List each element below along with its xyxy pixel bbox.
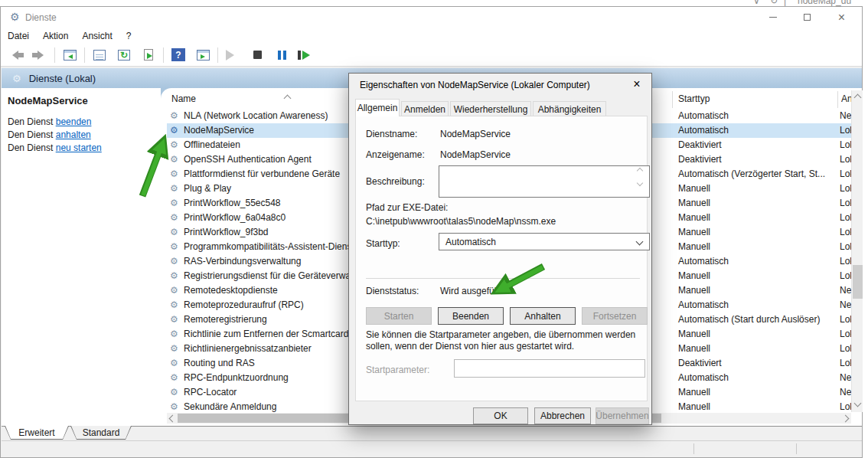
tab-allgemein[interactable]: Allgemein bbox=[355, 99, 400, 116]
console-tree-icon bbox=[64, 50, 77, 61]
properties-button[interactable] bbox=[90, 46, 109, 64]
service-name: Remotedesktopdienste bbox=[184, 283, 278, 298]
tab-standard-label: Standard bbox=[71, 426, 131, 439]
tab-anmelden[interactable]: Anmelden bbox=[401, 101, 449, 116]
dialog-close-button[interactable]: × bbox=[625, 75, 648, 93]
starten-button: Starten bbox=[366, 307, 432, 325]
export-list-button[interactable] bbox=[139, 46, 158, 64]
back-button[interactable] bbox=[5, 46, 25, 64]
column-separator[interactable] bbox=[672, 91, 673, 108]
maximize-icon bbox=[804, 14, 811, 21]
column-header-anmelden[interactable]: Anmelden als bbox=[841, 93, 851, 104]
service-logon-as: Lokales System bbox=[840, 312, 851, 327]
toolbar: ↻ ? bbox=[1, 44, 862, 67]
scroll-left-icon[interactable] bbox=[169, 415, 177, 423]
service-logon-as: Lokales System bbox=[840, 152, 851, 167]
service-logon-as: Lokales System bbox=[840, 211, 851, 225]
task-pane: NodeMapService Den Dienst beenden Den Di… bbox=[2, 88, 161, 426]
fortsetzen-button: Fortsetzen bbox=[582, 307, 648, 325]
restart-service-button[interactable] bbox=[296, 46, 316, 64]
stop-service-link[interactable]: beenden bbox=[56, 116, 92, 127]
stop-icon bbox=[253, 51, 262, 59]
start-service-button[interactable] bbox=[223, 46, 243, 64]
service-gear-icon: ⚙ bbox=[170, 400, 178, 413]
toolbar-separator bbox=[84, 47, 85, 63]
service-name: OpenSSH Authentication Agent bbox=[184, 152, 312, 167]
app-gear-icon: ⚙ bbox=[10, 11, 20, 23]
forward-button[interactable] bbox=[30, 46, 50, 64]
uebernehmen-button: Übernehmen bbox=[596, 407, 649, 424]
tab-erweitert[interactable]: Erweitert bbox=[5, 426, 69, 440]
textarea-scroll-arrows[interactable] bbox=[638, 168, 642, 185]
service-logon-as: Lokales System bbox=[840, 167, 851, 182]
close-button[interactable]: × bbox=[824, 7, 859, 28]
service-gear-icon: ⚙ bbox=[170, 225, 178, 240]
service-gear-icon: ⚙ bbox=[170, 385, 178, 400]
pause-service-button[interactable] bbox=[272, 46, 292, 64]
service-starttype: Automatisch (Start durch Auslöser) bbox=[678, 312, 820, 327]
background-window-title: nodeMap_du bbox=[798, 0, 851, 6]
service-logon-as: Netzwerkdienst bbox=[840, 298, 851, 312]
toolbar-separator bbox=[217, 47, 218, 63]
service-starttype: Manuell bbox=[678, 269, 710, 283]
tab-wiederherstellung[interactable]: Wiederherstellung bbox=[450, 101, 531, 116]
anhalten-button[interactable]: Anhalten bbox=[510, 307, 576, 325]
service-starttype: Manuell bbox=[678, 327, 710, 342]
task-line-restart: Den Dienst neu starten bbox=[8, 142, 102, 153]
forward-icon bbox=[32, 51, 48, 60]
vertical-scroll-thumb[interactable] bbox=[853, 265, 863, 299]
show-console-tree-button[interactable] bbox=[60, 46, 80, 64]
service-name: Richtlinienergebnissatzanbieter bbox=[184, 342, 312, 356]
service-logon-as: Lokales System bbox=[840, 123, 851, 138]
service-logon-as: Lokales System bbox=[840, 182, 851, 196]
pfad-label: Pfad zur EXE-Datei: bbox=[366, 202, 448, 213]
service-gear-icon: ⚙ bbox=[170, 269, 178, 283]
tab-label: Allgemein bbox=[357, 103, 398, 113]
service-name: Registrierungsdienst für die Geräteverwa… bbox=[184, 269, 370, 283]
restart-service-link[interactable]: neu starten bbox=[56, 142, 102, 153]
menu-help[interactable]: ? bbox=[119, 29, 139, 43]
menu-datei[interactable]: Datei bbox=[1, 29, 36, 43]
column-header-starttyp[interactable]: Starttyp bbox=[678, 93, 710, 104]
close-icon: × bbox=[633, 77, 640, 91]
service-gear-icon: ⚙ bbox=[170, 152, 178, 167]
service-starttype: Manuell bbox=[678, 283, 710, 298]
service-starttype: Automatisch bbox=[678, 123, 729, 138]
service-gear-icon: ⚙ bbox=[170, 312, 178, 327]
beschreibung-textarea[interactable] bbox=[439, 165, 650, 198]
tab-abhaengigkeiten[interactable]: Abhängigkeiten bbox=[533, 101, 606, 116]
scroll-up-icon[interactable] bbox=[854, 94, 862, 102]
scroll-down-icon[interactable] bbox=[854, 400, 862, 407]
tab-standard[interactable]: Standard bbox=[70, 426, 132, 440]
abbrechen-button[interactable]: Abbrechen bbox=[534, 407, 591, 424]
show-action-pane-button[interactable] bbox=[193, 46, 213, 64]
startparameter-input[interactable] bbox=[454, 359, 645, 378]
service-logon-as: Netzwerkdienst bbox=[840, 371, 851, 385]
chevron-down-icon: ∨ bbox=[753, 0, 760, 6]
status-separator bbox=[796, 443, 797, 454]
service-gear-icon: ⚙ bbox=[170, 283, 178, 298]
stop-service-button[interactable] bbox=[247, 46, 267, 64]
menu-ansicht[interactable]: Ansicht bbox=[75, 29, 119, 43]
refresh-button[interactable]: ↻ bbox=[114, 46, 134, 64]
column-separator[interactable] bbox=[837, 91, 838, 108]
menu-aktion[interactable]: Aktion bbox=[36, 29, 75, 43]
service-starttype: Deaktiviert bbox=[678, 152, 722, 167]
ok-button[interactable]: OK bbox=[473, 407, 528, 424]
vertical-scrollbar[interactable] bbox=[851, 90, 863, 412]
service-name: NodeMapService bbox=[184, 123, 254, 138]
service-gear-icon: ⚙ bbox=[170, 138, 178, 152]
menu-bar: Datei Aktion Ansicht ? bbox=[1, 28, 862, 44]
pause-service-link[interactable]: anhalten bbox=[56, 129, 91, 140]
starttyp-dropdown[interactable]: Automatisch bbox=[439, 233, 650, 250]
beenden-button[interactable]: Beenden bbox=[438, 307, 504, 325]
scroll-right-icon[interactable] bbox=[842, 415, 850, 423]
service-name: PrintWorkflow_9f3bd bbox=[184, 225, 269, 240]
service-logon-as: Netzwerkdienst bbox=[840, 385, 851, 400]
service-starttype: Manuell bbox=[678, 211, 710, 225]
maximize-button[interactable] bbox=[790, 7, 824, 28]
column-header-name[interactable]: Name bbox=[171, 93, 196, 104]
help-button[interactable]: ? bbox=[168, 46, 188, 64]
minimize-button[interactable] bbox=[755, 7, 790, 28]
service-name: Offlinedateien bbox=[184, 138, 240, 152]
